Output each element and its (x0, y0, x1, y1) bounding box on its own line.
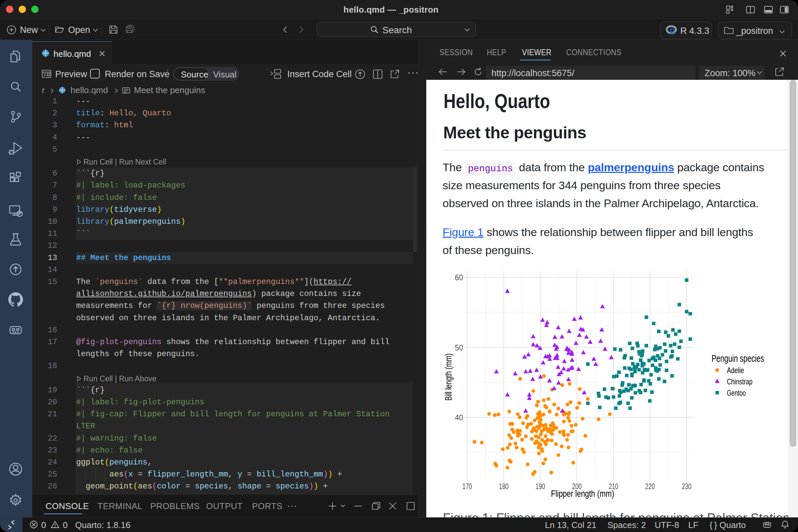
svg-text:Chinstrap: Chinstrap (727, 377, 753, 386)
svg-text:Adelie: Adelie (727, 366, 744, 375)
svg-text:Gentoo: Gentoo (727, 388, 746, 397)
svg-text:230: 230 (682, 482, 691, 491)
svg-text:Flipper length (mm): Flipper length (mm) (551, 489, 614, 499)
svg-text:220: 220 (645, 482, 655, 491)
svg-text:180: 180 (499, 482, 509, 491)
svg-text:40: 40 (455, 413, 463, 422)
svg-text:Bill length (mm): Bill length (mm) (443, 354, 454, 401)
svg-text:60: 60 (455, 273, 463, 282)
svg-text:190: 190 (536, 482, 545, 491)
svg-text:50: 50 (455, 343, 463, 352)
svg-text:R: R (669, 26, 676, 35)
svg-text:170: 170 (462, 482, 472, 491)
svg-text:Penguin species: Penguin species (711, 353, 764, 364)
